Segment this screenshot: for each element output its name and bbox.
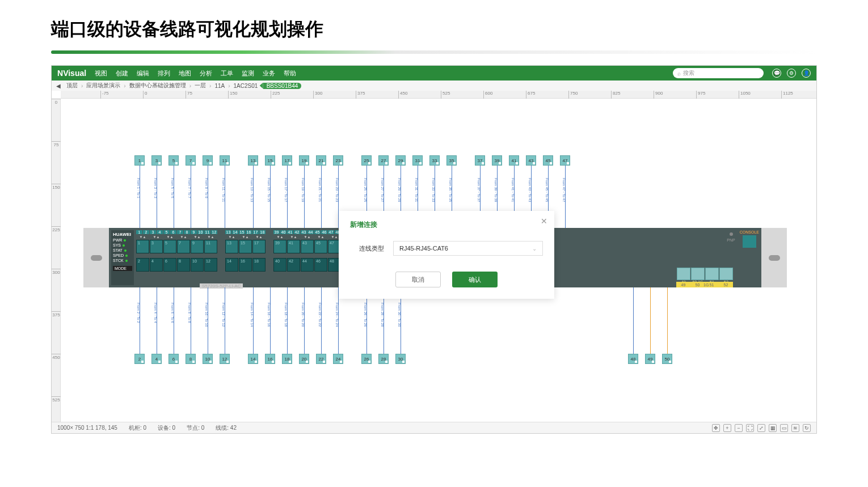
switch-port[interactable]: 6 bbox=[163, 258, 176, 272]
menu-item[interactable]: 工单 bbox=[221, 69, 233, 78]
switch-port[interactable]: 41 bbox=[287, 240, 300, 253]
switch-port[interactable]: 43 bbox=[301, 240, 314, 253]
patch-port[interactable]: 10 bbox=[203, 354, 213, 364]
patch-port[interactable]: 5 bbox=[168, 155, 179, 166]
refresh-tool[interactable]: ↻ bbox=[803, 424, 811, 432]
patch-port[interactable]: 41 bbox=[509, 155, 519, 166]
grid-tool[interactable]: ▦ bbox=[769, 424, 777, 432]
zoom-out-tool[interactable]: − bbox=[735, 424, 743, 432]
menu-item[interactable]: 排列 bbox=[158, 69, 170, 78]
switch-port[interactable]: 10 bbox=[191, 258, 204, 272]
console-port[interactable] bbox=[743, 235, 756, 248]
zoom-in-tool[interactable]: + bbox=[723, 424, 731, 432]
switch-port[interactable]: 44 bbox=[301, 258, 314, 272]
patch-port[interactable]: 7 bbox=[186, 155, 196, 166]
patch-port[interactable]: 9 bbox=[203, 155, 213, 166]
patch-port[interactable]: 16 bbox=[265, 354, 275, 364]
patch-port[interactable]: 17 bbox=[282, 155, 292, 166]
menu-item[interactable]: 视图 bbox=[95, 69, 107, 78]
patch-port[interactable]: 19 bbox=[299, 155, 309, 166]
patch-port[interactable]: 8 bbox=[186, 354, 196, 364]
fit-tool[interactable]: ⛶ bbox=[746, 424, 754, 432]
patch-port[interactable]: 12 bbox=[220, 354, 230, 364]
switch-port[interactable]: 3 bbox=[150, 240, 163, 253]
patch-port[interactable]: 3 bbox=[151, 155, 162, 166]
breadcrumb-item[interactable]: 应用场景演示 bbox=[83, 82, 124, 90]
canvas-area[interactable]: -750751502253003754505256006757508259009… bbox=[52, 91, 816, 423]
switch-port[interactable]: 17 bbox=[252, 240, 266, 253]
patch-port[interactable]: 35 bbox=[446, 155, 457, 166]
search-input[interactable]: ⌕ 搜索 bbox=[673, 68, 764, 78]
confirm-button[interactable]: 确认 bbox=[452, 272, 498, 287]
patch-port[interactable]: 20 bbox=[299, 354, 309, 364]
menu-item[interactable]: 监测 bbox=[242, 69, 254, 78]
patch-port[interactable]: 37 bbox=[475, 155, 485, 166]
sfp-port[interactable] bbox=[691, 268, 705, 280]
collapse-icon[interactable]: ◀ bbox=[56, 83, 61, 89]
switch-port[interactable]: 14 bbox=[225, 258, 238, 272]
switch-port[interactable]: 7 bbox=[177, 240, 190, 253]
switch-port[interactable]: 5 bbox=[163, 240, 176, 253]
patch-port[interactable]: 23 bbox=[333, 155, 343, 166]
settings-icon[interactable]: ⚙ bbox=[787, 69, 796, 78]
switch-port[interactable]: 39 bbox=[273, 240, 286, 253]
switch-port[interactable]: 4 bbox=[150, 258, 163, 272]
patch-port[interactable]: 48 bbox=[628, 354, 638, 364]
sfp-port[interactable] bbox=[719, 268, 733, 280]
patch-port[interactable]: 39 bbox=[492, 155, 502, 166]
fullscreen-tool[interactable]: ⤢ bbox=[757, 424, 765, 432]
patch-port[interactable]: 29 bbox=[395, 155, 406, 166]
menu-item[interactable]: 编辑 bbox=[137, 69, 149, 78]
switch-port[interactable]: 8 bbox=[177, 258, 190, 272]
patch-port[interactable]: 6 bbox=[168, 354, 179, 364]
switch-port[interactable]: 46 bbox=[314, 258, 327, 272]
switch-port[interactable]: 2 bbox=[136, 258, 149, 272]
close-icon[interactable]: ✕ bbox=[541, 217, 547, 226]
patch-port[interactable]: 13 bbox=[248, 155, 258, 166]
patch-port[interactable]: 2 bbox=[134, 354, 145, 364]
patch-port[interactable]: 22 bbox=[316, 354, 326, 364]
patch-port[interactable]: 24 bbox=[333, 354, 343, 364]
switch-port[interactable]: 18 bbox=[252, 258, 266, 272]
patch-port[interactable]: 45 bbox=[543, 155, 553, 166]
pan-tool[interactable]: ✥ bbox=[712, 424, 720, 432]
patch-port[interactable]: 14 bbox=[248, 354, 258, 364]
switch-port[interactable]: 16 bbox=[239, 258, 252, 272]
layers-tool[interactable]: ≋ bbox=[791, 424, 799, 432]
switch-port[interactable]: 12 bbox=[204, 258, 217, 272]
patch-port[interactable]: 4 bbox=[151, 354, 162, 364]
patch-port[interactable]: 30 bbox=[395, 354, 406, 364]
switch-port[interactable]: 9 bbox=[191, 240, 204, 253]
breadcrumb-item[interactable]: 一层 bbox=[191, 82, 209, 90]
sfp-port[interactable] bbox=[705, 268, 719, 280]
patch-port[interactable]: 1 bbox=[134, 155, 145, 166]
breadcrumb-item[interactable]: BBSS01B44 bbox=[263, 83, 302, 89]
breadcrumb-item[interactable]: 1AC2S01 bbox=[230, 83, 262, 89]
patch-port[interactable]: 25 bbox=[361, 155, 372, 166]
patch-port[interactable]: 28 bbox=[378, 354, 389, 364]
cable-type-select[interactable]: RJ45-RJ45-CAT6 ⌄ bbox=[393, 241, 543, 256]
switch-port[interactable]: 15 bbox=[239, 240, 252, 253]
switch-port[interactable]: 1 bbox=[136, 240, 149, 253]
patch-port[interactable]: 27 bbox=[378, 155, 389, 166]
layout-tool[interactable]: ▭ bbox=[780, 424, 788, 432]
breadcrumb-item[interactable]: 11A bbox=[211, 83, 228, 89]
canvas[interactable]: HUAWEI PWRSYSSTATSPEDSTCK MODE 123456789… bbox=[61, 99, 816, 423]
menu-item[interactable]: 业务 bbox=[263, 69, 275, 78]
chat-icon[interactable]: 💬 bbox=[772, 69, 781, 78]
patch-port[interactable]: 33 bbox=[429, 155, 440, 166]
menu-item[interactable]: 创建 bbox=[116, 69, 128, 78]
patch-port[interactable]: 47 bbox=[560, 155, 570, 166]
patch-port[interactable]: 11 bbox=[220, 155, 230, 166]
mode-button[interactable]: MODE bbox=[113, 266, 132, 271]
patch-port[interactable]: 43 bbox=[526, 155, 536, 166]
patch-port[interactable]: 49 bbox=[645, 354, 655, 364]
patch-port[interactable]: 21 bbox=[316, 155, 326, 166]
switch-port[interactable]: 42 bbox=[287, 258, 300, 272]
switch-port[interactable]: 11 bbox=[204, 240, 217, 253]
menu-item[interactable]: 地图 bbox=[179, 69, 191, 78]
switch-port[interactable]: 40 bbox=[273, 258, 286, 272]
user-icon[interactable]: 👤 bbox=[802, 69, 811, 78]
switch-port[interactable]: 13 bbox=[225, 240, 238, 253]
patch-port[interactable]: 18 bbox=[282, 354, 292, 364]
